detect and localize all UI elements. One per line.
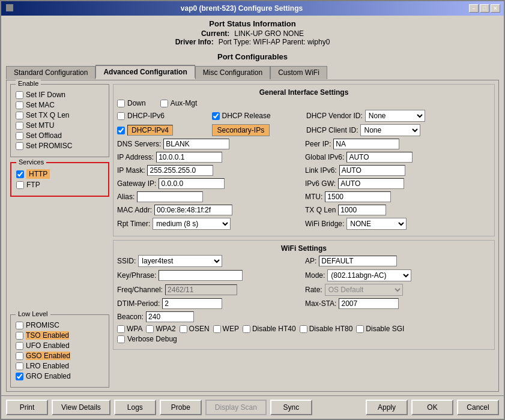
tso-enabled-checkbox[interactable] (16, 332, 23, 340)
wpa2-checkbox[interactable] (146, 325, 154, 333)
peer-ip-label: Peer IP: (305, 140, 331, 148)
set-if-down-checkbox[interactable] (16, 91, 23, 99)
tab-bar: Standard Configuration Advanced Configur… (6, 65, 499, 78)
ssid-select[interactable]: layer4test (138, 255, 222, 267)
wep-checkbox[interactable] (213, 325, 221, 333)
mac-addr-input[interactable] (154, 205, 232, 215)
ftp-label: FTP (26, 181, 40, 189)
aux-mgt-checkbox[interactable] (160, 100, 168, 107)
wpa-label: WPA (127, 325, 142, 333)
tab-custom-wifi[interactable]: Custom WiFi (270, 66, 327, 79)
close-button[interactable]: ✕ (491, 4, 500, 13)
max-sta-input[interactable] (339, 298, 399, 309)
mode-select[interactable]: (802.11abgn-AC) (327, 269, 411, 281)
wifi-bridge-select[interactable]: NONE (346, 218, 407, 230)
rate-select[interactable]: OS Default (325, 284, 403, 296)
set-promisc-checkbox[interactable] (16, 142, 23, 150)
alias-input[interactable] (137, 191, 203, 202)
mtu-input[interactable] (325, 191, 391, 202)
display-scan-button[interactable]: Display Scan (205, 400, 267, 415)
disable-ht40-label: Disable HT40 (252, 325, 296, 333)
freq-channel-label: Freq/Channel: (117, 286, 163, 294)
key-phrase-label: Key/Phrase: (117, 271, 156, 280)
secondary-ips-button[interactable]: Secondary-IPs (212, 124, 270, 136)
ufo-enabled-checkbox[interactable] (16, 342, 23, 350)
promisc-label: PROMISC (26, 321, 59, 329)
set-mac-checkbox[interactable] (16, 101, 23, 109)
set-mac-row: Set MAC (16, 101, 104, 109)
down-checkbox[interactable] (117, 100, 125, 107)
rate-label: Rate: (305, 286, 322, 294)
gro-enabled-row: GRO Enabled (16, 372, 104, 380)
dhcp-ipv4-button[interactable]: DHCP-IPv4 (127, 125, 173, 136)
beacon-label: Beacon: (117, 313, 144, 321)
wpa-checkbox[interactable] (117, 325, 125, 333)
view-details-button[interactable]: View Details (52, 400, 110, 415)
dns-servers-label: DNS Servers: (117, 140, 161, 148)
http-checkbox[interactable] (16, 170, 24, 178)
dtim-period-input[interactable] (162, 298, 222, 309)
lro-enabled-checkbox[interactable] (16, 362, 23, 370)
wifi-settings-title: WiFi Settings (117, 244, 491, 253)
dhcp-ipv4-checkbox[interactable] (117, 127, 125, 134)
mode-label: Mode: (305, 271, 325, 280)
sync-button[interactable]: Sync (270, 400, 312, 415)
dns-servers-input[interactable] (163, 139, 229, 149)
dhcp-vendor-id-label: DHCP Vendor ID: (306, 112, 363, 120)
link-ipv6-input[interactable] (339, 165, 405, 176)
rpt-timer-select[interactable]: medium (8 s) (153, 218, 231, 230)
minimize-button[interactable]: − (469, 4, 479, 13)
cancel-button[interactable]: Cancel (457, 400, 499, 415)
ftp-checkbox[interactable] (16, 181, 24, 189)
promisc-checkbox[interactable] (16, 322, 23, 329)
dhcp-ipv6-checkbox[interactable] (117, 112, 125, 120)
set-mtu-checkbox[interactable] (16, 122, 23, 130)
probe-button[interactable]: Probe (160, 400, 202, 415)
print-button[interactable]: Print (6, 400, 48, 415)
window-controls: − □ ✕ (469, 4, 500, 13)
max-sta-label: Max-STA: (305, 299, 336, 308)
mtu-label: MTU: (305, 193, 322, 201)
set-tx-q-len-checkbox[interactable] (16, 112, 23, 119)
tab-misc-configuration[interactable]: Misc Configuration (195, 66, 270, 79)
port-status-title: Port Status Information (6, 19, 499, 28)
ip-mask-input[interactable] (147, 165, 213, 176)
ok-button[interactable]: OK (411, 400, 453, 415)
global-ipv6-input[interactable] (346, 152, 413, 163)
disable-ht80-checkbox[interactable] (300, 325, 307, 333)
port-configurables-title: Port Configurables (6, 52, 499, 61)
ap-input[interactable] (319, 256, 397, 266)
dhcp-vendor-id-select[interactable]: None (365, 110, 425, 122)
port-status-current-row: Current: LINK-UP GRO NONE (6, 29, 499, 38)
gro-enabled-checkbox[interactable] (16, 373, 23, 380)
tab-standard-configuration[interactable]: Standard Configuration (6, 66, 95, 79)
verbose-debug-checkbox[interactable] (117, 335, 125, 343)
set-mtu-label: Set MTU (26, 121, 54, 130)
ip-address-input[interactable] (156, 152, 222, 163)
tab-advanced-configuration[interactable]: Advanced Configuration (95, 65, 195, 78)
gso-enabled-checkbox[interactable] (16, 352, 23, 360)
ssid-label: SSID: (117, 257, 136, 265)
apply-button[interactable]: Apply (366, 400, 408, 415)
logs-button[interactable]: Logs (114, 400, 156, 415)
key-phrase-input[interactable] (159, 270, 243, 281)
port-status-driver-row: Driver Info: Port Type: WIFI-AP Parent: … (6, 38, 499, 46)
freq-channel-input (165, 284, 237, 295)
osen-checkbox[interactable] (180, 325, 187, 333)
gateway-ip-input[interactable] (159, 178, 225, 189)
mac-addr-label: MAC Addr: (117, 206, 152, 214)
maximize-button[interactable]: □ (480, 4, 489, 13)
ipv6-gw-input[interactable] (338, 178, 404, 189)
disable-ht40-checkbox[interactable] (243, 325, 250, 333)
tx-q-len-input[interactable] (338, 205, 386, 215)
disable-sgi-checkbox[interactable] (356, 325, 364, 333)
dhcp-release-checkbox[interactable] (212, 112, 220, 120)
beacon-input[interactable] (146, 311, 194, 322)
beacon-row: Beacon: (117, 311, 491, 322)
ap-label: AP: (305, 257, 316, 265)
peer-ip-input[interactable] (333, 139, 399, 149)
alias-mtu-row: Alias: MTU: (117, 191, 491, 202)
dhcp-client-id-select[interactable]: None (360, 124, 420, 136)
set-offload-checkbox[interactable] (16, 132, 23, 140)
dhcp-client-id-label: DHCP Client ID: (306, 126, 358, 134)
